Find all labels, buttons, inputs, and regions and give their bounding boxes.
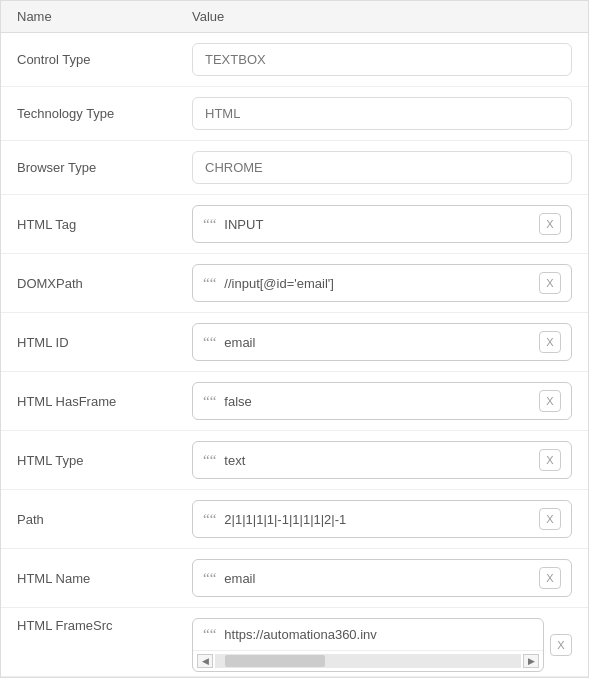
x-icon: X xyxy=(557,639,564,651)
html-name-field: ““ email X xyxy=(192,559,572,597)
table-row: DOMXPath ““ //input[@id='email'] X xyxy=(1,254,588,313)
quote-icon: ““ xyxy=(203,393,216,410)
row-value-html-type: ““ text X xyxy=(192,441,572,479)
header-name: Name xyxy=(17,9,192,24)
table-row: HTML ID ““ email X xyxy=(1,313,588,372)
x-icon: X xyxy=(546,572,553,584)
html-name-clear-button[interactable]: X xyxy=(539,567,561,589)
quote-icon: ““ xyxy=(203,452,216,469)
framesrc-value: https://automationa360.inv xyxy=(224,627,533,642)
table-row: HTML Tag ““ INPUT X xyxy=(1,195,588,254)
row-label-technology-type: Technology Type xyxy=(17,106,192,121)
domxpath-field: ““ //input[@id='email'] X xyxy=(192,264,572,302)
row-value-html-tag: ““ INPUT X xyxy=(192,205,572,243)
domxpath-value: //input[@id='email'] xyxy=(224,276,533,291)
html-type-value: text xyxy=(224,453,533,468)
table-header: Name Value xyxy=(1,1,588,33)
table-row: HTML FrameSrc ““ https://automationa360.… xyxy=(1,608,588,677)
html-hasframe-field: ““ false X xyxy=(192,382,572,420)
html-tag-field: ““ INPUT X xyxy=(192,205,572,243)
quote-icon: ““ xyxy=(203,275,216,292)
quote-icon: ““ xyxy=(203,511,216,528)
quote-icon: ““ xyxy=(203,216,216,233)
table-row: HTML Name ““ email X xyxy=(1,549,588,608)
domxpath-clear-button[interactable]: X xyxy=(539,272,561,294)
row-label-domxpath: DOMXPath xyxy=(17,276,192,291)
x-icon: X xyxy=(546,277,553,289)
quote-icon: ““ xyxy=(203,334,216,351)
row-value-html-id: ““ email X xyxy=(192,323,572,361)
framesrc-field: ““ https://automationa360.inv ◀ ▶ xyxy=(192,618,544,672)
row-label-html-tag: HTML Tag xyxy=(17,217,192,232)
header-value: Value xyxy=(192,9,572,24)
scroll-thumb[interactable] xyxy=(225,655,325,667)
framesrc-value-container: ““ https://automationa360.inv ◀ ▶ xyxy=(192,618,572,672)
chevron-right-icon: ▶ xyxy=(528,656,535,666)
path-field: ““ 2|1|1|1|1|-1|1|1|1|2|-1 X xyxy=(192,500,572,538)
row-label-control-type: Control Type xyxy=(17,52,192,67)
table-row: Path ““ 2|1|1|1|1|-1|1|1|1|2|-1 X xyxy=(1,490,588,549)
row-value-path: ““ 2|1|1|1|1|-1|1|1|1|2|-1 X xyxy=(192,500,572,538)
row-value-browser-type xyxy=(192,151,572,184)
x-icon: X xyxy=(546,513,553,525)
table-row: Browser Type xyxy=(1,141,588,195)
scroll-track[interactable] xyxy=(215,654,521,668)
framesrc-scrollbar: ◀ ▶ xyxy=(193,650,543,671)
framesrc-clear-button[interactable]: X xyxy=(550,634,572,656)
framesrc-inner: HTML FrameSrc ““ https://automationa360.… xyxy=(1,608,588,676)
quote-icon: ““ xyxy=(203,626,216,643)
row-label-html-name: HTML Name xyxy=(17,571,192,586)
row-value-html-hasframe: ““ false X xyxy=(192,382,572,420)
properties-table: Name Value Control Type Technology Type … xyxy=(0,0,589,678)
x-icon: X xyxy=(546,395,553,407)
row-label-html-framesrc: HTML FrameSrc xyxy=(17,618,192,633)
row-value-technology-type xyxy=(192,97,572,130)
row-label-browser-type: Browser Type xyxy=(17,160,192,175)
technology-type-input[interactable] xyxy=(192,97,572,130)
html-id-clear-button[interactable]: X xyxy=(539,331,561,353)
row-label-html-hasframe: HTML HasFrame xyxy=(17,394,192,409)
html-tag-value: INPUT xyxy=(224,217,533,232)
x-icon: X xyxy=(546,336,553,348)
framesrc-top: ““ https://automationa360.inv xyxy=(193,619,543,650)
x-icon: X xyxy=(546,218,553,230)
row-label-path: Path xyxy=(17,512,192,527)
html-hasframe-clear-button[interactable]: X xyxy=(539,390,561,412)
row-value-html-name: ““ email X xyxy=(192,559,572,597)
html-hasframe-value: false xyxy=(224,394,533,409)
x-icon: X xyxy=(546,454,553,466)
path-value: 2|1|1|1|1|-1|1|1|1|2|-1 xyxy=(224,512,533,527)
path-clear-button[interactable]: X xyxy=(539,508,561,530)
row-value-domxpath: ““ //input[@id='email'] X xyxy=(192,264,572,302)
html-type-clear-button[interactable]: X xyxy=(539,449,561,471)
table-row: HTML Type ““ text X xyxy=(1,431,588,490)
html-tag-clear-button[interactable]: X xyxy=(539,213,561,235)
chevron-left-icon: ◀ xyxy=(202,656,209,666)
row-label-html-id: HTML ID xyxy=(17,335,192,350)
html-type-field: ““ text X xyxy=(192,441,572,479)
table-row: Control Type xyxy=(1,33,588,87)
table-row: HTML HasFrame ““ false X xyxy=(1,372,588,431)
row-label-html-type: HTML Type xyxy=(17,453,192,468)
html-name-value: email xyxy=(224,571,533,586)
row-value-control-type xyxy=(192,43,572,76)
html-id-value: email xyxy=(224,335,533,350)
scroll-right-button[interactable]: ▶ xyxy=(523,654,539,668)
browser-type-input[interactable] xyxy=(192,151,572,184)
html-id-field: ““ email X xyxy=(192,323,572,361)
table-row: Technology Type xyxy=(1,87,588,141)
quote-icon: ““ xyxy=(203,570,216,587)
control-type-input[interactable] xyxy=(192,43,572,76)
scroll-left-button[interactable]: ◀ xyxy=(197,654,213,668)
